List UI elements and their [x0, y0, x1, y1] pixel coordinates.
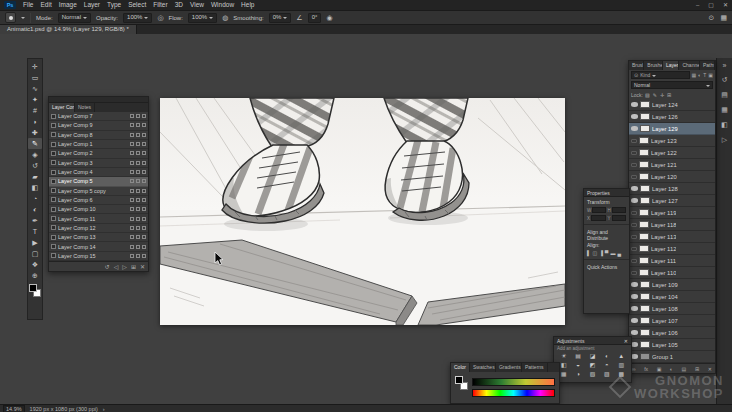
apply-comp-icon[interactable] [51, 235, 56, 240]
channel-mixer-icon[interactable]: ▥ [615, 361, 628, 369]
layer-row[interactable]: Layer 126 [629, 111, 715, 123]
panel-tab[interactable]: Color [451, 363, 470, 372]
comp-visibility-icon[interactable] [130, 189, 134, 193]
layer-row[interactable]: Layer 121 [629, 159, 715, 171]
apply-comp-icon[interactable] [51, 142, 56, 147]
align-vcenter-icon[interactable]: ▬ [610, 250, 615, 256]
panel-tab[interactable]: Gradients [496, 363, 522, 372]
comp-visibility-icon[interactable] [130, 198, 134, 202]
panel-tab[interactable]: Patterns [522, 363, 548, 372]
color-ramp-primary[interactable] [472, 378, 555, 386]
opacity-select[interactable]: 100% [123, 13, 152, 23]
menu-item[interactable]: Edit [40, 0, 51, 10]
layer-thumbnail[interactable] [639, 221, 649, 228]
layer-row[interactable]: Layer 104 [629, 291, 715, 303]
layer-row[interactable]: Layer 109 [629, 279, 715, 291]
pen-tool[interactable]: ✒ [28, 215, 42, 226]
layer-comp-row[interactable]: Layer Comp 9 [49, 121, 148, 130]
link-layers-icon[interactable]: ∞ [632, 365, 636, 373]
layer-row[interactable]: Group 1 [629, 351, 715, 363]
layer-comp-row[interactable]: Layer Comp 4 [49, 168, 148, 177]
transform-field[interactable]: H [608, 207, 627, 213]
brush-angle-field[interactable]: 0° [308, 13, 322, 23]
visibility-eye-icon[interactable] [631, 282, 638, 287]
apply-next-comp-icon[interactable]: ▷ [122, 263, 127, 271]
visibility-eye-icon[interactable] [631, 354, 638, 359]
comp-appearance-icon[interactable] [142, 151, 146, 155]
comp-appearance-icon[interactable] [142, 245, 146, 249]
swatches-panel-icon[interactable]: ▤ [721, 91, 728, 99]
canvas-document[interactable] [160, 98, 565, 325]
layer-row[interactable]: Layer 107 [629, 315, 715, 327]
transform-input[interactable] [612, 207, 626, 213]
eyedropper-tool[interactable]: ◗ [28, 116, 42, 127]
comp-position-icon[interactable] [136, 217, 140, 221]
lock-transparency-icon[interactable]: ▨ [645, 91, 650, 99]
layer-row[interactable]: Layer 123 [629, 135, 715, 147]
blend-mode-select[interactable]: Normal [58, 13, 91, 23]
layer-row[interactable]: Layer 113 [629, 231, 715, 243]
eraser-tool[interactable]: ▰ [28, 171, 42, 182]
layer-row[interactable]: Layer 119 [629, 207, 715, 219]
color-ramp-spectrum[interactable] [472, 389, 555, 397]
comp-appearance-icon[interactable] [142, 123, 146, 127]
comp-appearance-icon[interactable] [142, 170, 146, 174]
update-layer-comp-icon[interactable]: ↺ [105, 263, 110, 271]
document-tab[interactable]: Animatic1.psd @ 14.9% (Layer 129, RGB/8)… [0, 25, 137, 34]
comp-appearance-icon[interactable] [142, 114, 146, 118]
airbrush-icon[interactable]: ◍ [222, 12, 228, 23]
foreground-color-swatch[interactable] [455, 376, 463, 384]
comp-appearance-icon[interactable] [142, 161, 146, 165]
filter-pixel-layers-icon[interactable]: ▦ [691, 71, 696, 79]
layer-row[interactable]: Layer 110 [629, 267, 715, 279]
comp-visibility-icon[interactable] [130, 217, 134, 221]
comp-visibility-icon[interactable] [130, 123, 134, 127]
visibility-eye-icon[interactable] [631, 223, 637, 227]
menu-item[interactable]: File [23, 0, 33, 10]
type-tool[interactable]: T [28, 226, 42, 237]
transform-field[interactable]: X [587, 215, 606, 221]
menu-item[interactable]: 3D [175, 0, 183, 10]
layer-comp-row[interactable]: Layer Comp 1 [49, 140, 148, 149]
align-hcenter-icon[interactable]: ◫ [593, 250, 598, 256]
levels-icon[interactable]: ▤ [571, 352, 584, 360]
layer-thumbnail[interactable] [640, 329, 650, 336]
comp-appearance-icon[interactable] [142, 198, 146, 202]
comp-position-icon[interactable] [136, 114, 140, 118]
layer-row[interactable]: Layer 111 [629, 255, 715, 267]
menu-item[interactable]: Window [211, 0, 234, 10]
visibility-eye-icon[interactable] [631, 211, 637, 215]
layer-comp-row[interactable]: Layer Comp 2 [49, 149, 148, 158]
layer-thumbnail[interactable] [640, 197, 650, 204]
photo-filter-icon[interactable]: ◓ [600, 361, 613, 369]
object-selection-tool[interactable]: ✦ [28, 94, 42, 105]
zoom-level-field[interactable]: 14.9% [3, 405, 25, 412]
layer-thumbnail[interactable] [639, 245, 649, 252]
apply-comp-icon[interactable] [51, 197, 56, 202]
lock-all-icon[interactable]: ⊞ [667, 91, 671, 99]
history-brush-tool[interactable]: ↺ [28, 160, 42, 171]
align-right-icon[interactable]: ▐ [599, 250, 603, 256]
layer-thumbnail[interactable] [639, 209, 649, 216]
visibility-eye-icon[interactable] [631, 151, 637, 155]
layer-comp-row[interactable]: Layer Comp 6 [49, 196, 148, 205]
close-button[interactable]: ✕ [723, 0, 728, 10]
exposure-icon[interactable]: ◐ [600, 352, 613, 360]
panel-tab[interactable]: Brushes [644, 61, 663, 70]
visibility-eye-icon[interactable] [631, 198, 638, 203]
gradient-map-icon[interactable]: ▩ [615, 370, 628, 378]
expand-panels-icon[interactable]: » [723, 62, 727, 69]
layer-comp-row[interactable]: Layer Comp 7 [49, 112, 148, 121]
layer-row[interactable]: Layer 128 [629, 183, 715, 195]
clone-stamp-tool[interactable]: ◈ [28, 149, 42, 160]
align-top-icon[interactable]: ▀ [605, 250, 609, 256]
transform-field[interactable]: W [587, 207, 606, 213]
comp-position-icon[interactable] [136, 161, 140, 165]
visibility-eye-icon[interactable] [631, 175, 637, 179]
layer-thumbnail[interactable] [640, 281, 650, 288]
layer-row[interactable]: Layer 120 [629, 171, 715, 183]
comp-appearance-icon[interactable] [142, 254, 146, 258]
flow-select[interactable]: 100% [188, 13, 217, 23]
posterize-icon[interactable]: ▧ [586, 370, 599, 378]
layer-thumbnail[interactable] [640, 113, 650, 120]
